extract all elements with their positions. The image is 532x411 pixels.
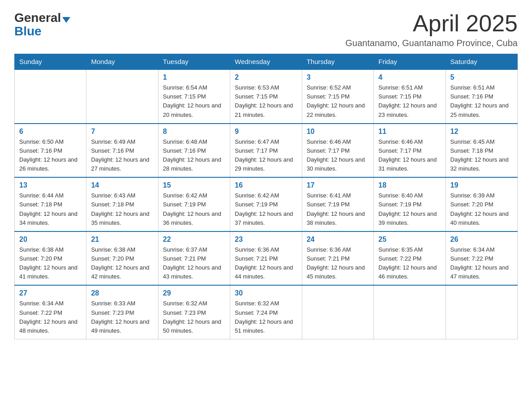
calendar-cell: 30Sunrise: 6:32 AMSunset: 7:24 PMDayligh… (230, 285, 302, 339)
day-number: 7 (91, 128, 153, 136)
day-number: 10 (307, 128, 369, 136)
day-number: 22 (163, 235, 225, 244)
calendar-cell: 4Sunrise: 6:51 AMSunset: 7:15 PMDaylight… (374, 69, 446, 124)
calendar-cell: 1Sunrise: 6:54 AMSunset: 7:15 PMDaylight… (158, 69, 230, 124)
day-detail: Sunrise: 6:38 AMSunset: 7:20 PMDaylight:… (19, 245, 82, 282)
calendar-cell: 19Sunrise: 6:39 AMSunset: 7:20 PMDayligh… (446, 177, 517, 231)
day-number: 14 (91, 181, 153, 189)
calendar-cell: 2Sunrise: 6:53 AMSunset: 7:15 PMDaylight… (230, 69, 302, 124)
day-number: 28 (91, 289, 153, 297)
header-thursday: Thursday (302, 54, 373, 70)
day-detail: Sunrise: 6:53 AMSunset: 7:15 PMDaylight:… (235, 83, 297, 120)
day-number: 15 (163, 181, 225, 189)
calendar-table: Sunday Monday Tuesday Wednesday Thursday… (14, 54, 518, 339)
day-detail: Sunrise: 6:36 AMSunset: 7:21 PMDaylight:… (235, 245, 297, 282)
day-number: 21 (91, 235, 153, 244)
day-number: 9 (235, 128, 297, 136)
day-detail: Sunrise: 6:37 AMSunset: 7:21 PMDaylight:… (163, 245, 225, 282)
header-friday: Friday (374, 54, 446, 70)
day-number: 13 (19, 181, 82, 189)
day-detail: Sunrise: 6:32 AMSunset: 7:23 PMDaylight:… (163, 299, 225, 335)
logo-general-text: General (14, 11, 70, 25)
day-number: 17 (307, 181, 369, 189)
day-detail: Sunrise: 6:39 AMSunset: 7:20 PMDaylight:… (450, 191, 513, 227)
day-number: 3 (307, 73, 369, 81)
day-detail: Sunrise: 6:46 AMSunset: 7:17 PMDaylight:… (307, 137, 369, 174)
day-number: 6 (19, 128, 82, 136)
week-row-3: 13Sunrise: 6:44 AMSunset: 7:18 PMDayligh… (15, 177, 518, 231)
week-row-5: 27Sunrise: 6:34 AMSunset: 7:22 PMDayligh… (15, 285, 518, 339)
calendar-cell: 5Sunrise: 6:51 AMSunset: 7:16 PMDaylight… (446, 69, 517, 124)
calendar-cell (15, 69, 86, 124)
calendar-cell: 15Sunrise: 6:42 AMSunset: 7:19 PMDayligh… (158, 177, 230, 231)
day-detail: Sunrise: 6:49 AMSunset: 7:16 PMDaylight:… (91, 137, 153, 174)
day-detail: Sunrise: 6:52 AMSunset: 7:15 PMDaylight:… (307, 83, 369, 120)
day-number: 2 (235, 73, 297, 81)
calendar-cell (302, 285, 373, 339)
day-detail: Sunrise: 6:48 AMSunset: 7:16 PMDaylight:… (163, 137, 225, 174)
calendar-cell: 29Sunrise: 6:32 AMSunset: 7:23 PMDayligh… (158, 285, 230, 339)
calendar-cell: 14Sunrise: 6:43 AMSunset: 7:18 PMDayligh… (86, 177, 158, 231)
day-detail: Sunrise: 6:36 AMSunset: 7:21 PMDaylight:… (307, 245, 369, 282)
day-number: 25 (378, 235, 441, 244)
header-sunday: Sunday (15, 54, 86, 70)
calendar-cell (374, 285, 446, 339)
day-number: 8 (163, 128, 225, 136)
day-number: 4 (378, 73, 441, 81)
week-row-1: 1Sunrise: 6:54 AMSunset: 7:15 PMDaylight… (15, 69, 518, 124)
day-detail: Sunrise: 6:34 AMSunset: 7:22 PMDaylight:… (19, 299, 82, 335)
day-number: 30 (235, 289, 297, 297)
day-detail: Sunrise: 6:46 AMSunset: 7:17 PMDaylight:… (378, 137, 441, 174)
day-number: 27 (19, 289, 82, 297)
logo-blue-text: Blue (14, 24, 42, 39)
day-detail: Sunrise: 6:44 AMSunset: 7:18 PMDaylight:… (19, 191, 82, 227)
day-detail: Sunrise: 6:47 AMSunset: 7:17 PMDaylight:… (235, 137, 297, 174)
location-subtitle: Guantanamo, Guantanamo Province, Cuba (345, 38, 518, 48)
day-number: 23 (235, 235, 297, 244)
day-detail: Sunrise: 6:35 AMSunset: 7:22 PMDaylight:… (378, 245, 441, 282)
calendar-cell: 10Sunrise: 6:46 AMSunset: 7:17 PMDayligh… (302, 124, 373, 178)
logo-triangle-icon (62, 17, 70, 23)
calendar-cell: 16Sunrise: 6:42 AMSunset: 7:19 PMDayligh… (230, 177, 302, 231)
day-detail: Sunrise: 6:54 AMSunset: 7:15 PMDaylight:… (163, 83, 225, 120)
day-number: 19 (450, 181, 513, 189)
calendar-cell: 25Sunrise: 6:35 AMSunset: 7:22 PMDayligh… (374, 231, 446, 286)
day-number: 1 (163, 73, 225, 81)
header-monday: Monday (86, 54, 158, 70)
calendar-cell: 11Sunrise: 6:46 AMSunset: 7:17 PMDayligh… (374, 124, 446, 178)
calendar-cell: 21Sunrise: 6:38 AMSunset: 7:20 PMDayligh… (86, 231, 158, 286)
calendar-cell: 23Sunrise: 6:36 AMSunset: 7:21 PMDayligh… (230, 231, 302, 286)
day-number: 12 (450, 128, 513, 136)
day-detail: Sunrise: 6:42 AMSunset: 7:19 PMDaylight:… (163, 191, 225, 227)
logo: General Blue (14, 11, 70, 39)
day-detail: Sunrise: 6:50 AMSunset: 7:16 PMDaylight:… (19, 137, 82, 174)
day-number: 16 (235, 181, 297, 189)
day-detail: Sunrise: 6:32 AMSunset: 7:24 PMDaylight:… (235, 299, 297, 335)
header-tuesday: Tuesday (158, 54, 230, 70)
day-detail: Sunrise: 6:40 AMSunset: 7:19 PMDaylight:… (378, 191, 441, 227)
day-detail: Sunrise: 6:33 AMSunset: 7:23 PMDaylight:… (91, 299, 153, 335)
week-row-2: 6Sunrise: 6:50 AMSunset: 7:16 PMDaylight… (15, 124, 518, 178)
title-block: April 2025 Guantanamo, Guantanamo Provin… (345, 11, 518, 48)
calendar-cell: 20Sunrise: 6:38 AMSunset: 7:20 PMDayligh… (15, 231, 86, 286)
calendar-cell: 24Sunrise: 6:36 AMSunset: 7:21 PMDayligh… (302, 231, 373, 286)
calendar-cell: 9Sunrise: 6:47 AMSunset: 7:17 PMDaylight… (230, 124, 302, 178)
calendar-cell (446, 285, 517, 339)
day-number: 29 (163, 289, 225, 297)
day-detail: Sunrise: 6:51 AMSunset: 7:15 PMDaylight:… (378, 83, 441, 120)
day-detail: Sunrise: 6:41 AMSunset: 7:19 PMDaylight:… (307, 191, 369, 227)
calendar-cell: 13Sunrise: 6:44 AMSunset: 7:18 PMDayligh… (15, 177, 86, 231)
month-title: April 2025 (345, 11, 518, 36)
day-number: 24 (307, 235, 369, 244)
calendar-cell: 18Sunrise: 6:40 AMSunset: 7:19 PMDayligh… (374, 177, 446, 231)
calendar-cell (86, 69, 158, 124)
weekday-header-row: Sunday Monday Tuesday Wednesday Thursday… (15, 54, 518, 70)
calendar-cell: 3Sunrise: 6:52 AMSunset: 7:15 PMDaylight… (302, 69, 373, 124)
day-number: 11 (378, 128, 441, 136)
calendar-cell: 26Sunrise: 6:34 AMSunset: 7:22 PMDayligh… (446, 231, 517, 286)
day-detail: Sunrise: 6:34 AMSunset: 7:22 PMDaylight:… (450, 245, 513, 282)
calendar-cell: 27Sunrise: 6:34 AMSunset: 7:22 PMDayligh… (15, 285, 86, 339)
calendar-cell: 8Sunrise: 6:48 AMSunset: 7:16 PMDaylight… (158, 124, 230, 178)
week-row-4: 20Sunrise: 6:38 AMSunset: 7:20 PMDayligh… (15, 231, 518, 286)
calendar-cell: 12Sunrise: 6:45 AMSunset: 7:18 PMDayligh… (446, 124, 517, 178)
